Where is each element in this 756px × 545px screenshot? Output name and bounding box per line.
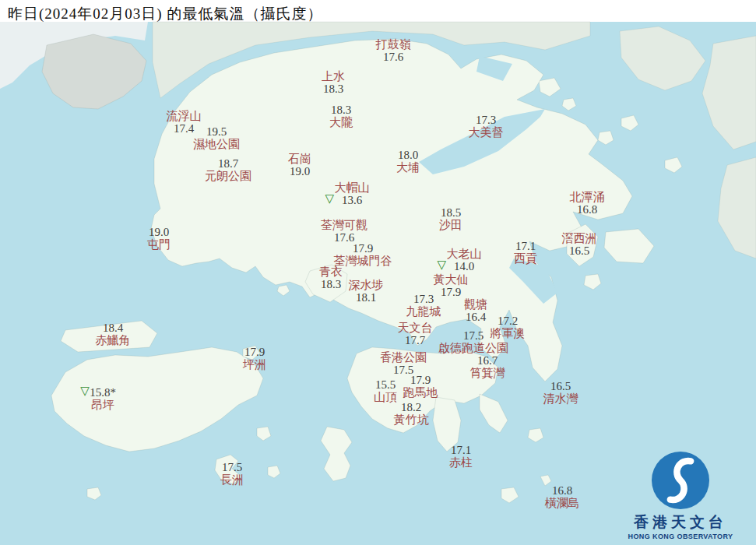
- station-name: 啟德跑道公園: [438, 342, 508, 354]
- station-label: 16.8橫瀾島: [545, 484, 580, 509]
- station-label: 19.5濕地公園: [193, 125, 240, 150]
- station-label: 18.3大隴: [329, 104, 353, 128]
- station-min-temp-value: 18.3: [329, 104, 353, 116]
- station-min-temp-value: ▽15.8*: [90, 386, 116, 399]
- station-min-temp-value: 17.9: [243, 346, 266, 358]
- station-label: 18.5沙田: [439, 206, 462, 231]
- station-min-temp-value: 17.6: [376, 51, 411, 63]
- station-name: 大埔: [396, 161, 420, 174]
- station-name: 九龍城: [406, 305, 441, 318]
- station-name: 昂坪: [90, 399, 116, 411]
- station-name: 流浮山: [167, 110, 202, 122]
- station-name: 黃竹坑: [394, 413, 429, 426]
- station-name: 北潭涌: [570, 191, 605, 203]
- station-name: 赤鱲角: [96, 334, 131, 346]
- station-min-temp-value: 17.9: [403, 374, 438, 386]
- station-label: 石崗19.0: [288, 153, 311, 178]
- station-name: 大隴: [329, 116, 353, 128]
- station-min-temp-value: 18.5: [439, 206, 462, 219]
- station-label: 17.1西貢: [514, 240, 537, 265]
- station-label: 大老山▽14.0: [447, 248, 482, 272]
- station-label: 16.5清水灣: [543, 380, 578, 405]
- station-label: 荃灣可觀17.6: [321, 219, 367, 244]
- hko-logo: 香港天文台 HONG KONG OBSERVATORY: [614, 450, 747, 540]
- lowest-temp-triangle-icon: ▽: [80, 385, 90, 397]
- station-name: 筲箕灣: [470, 367, 505, 379]
- station-min-temp-value: 16.8: [570, 203, 605, 216]
- station-min-temp-value: 16.7: [470, 354, 505, 367]
- station-name: 西貢: [514, 252, 537, 265]
- station-min-temp-value: 17.3: [469, 114, 504, 126]
- station-label: 17.5啟德跑道公園: [438, 329, 508, 354]
- hko-logo-icon: [650, 450, 711, 511]
- station-label: ▽15.8*昂坪: [90, 386, 116, 411]
- station-label: 18.0大埔: [396, 149, 420, 174]
- station-name: 元朗公園: [205, 170, 251, 182]
- station-min-temp-value: 17.1: [449, 444, 473, 456]
- station-min-temp-value: 18.7: [205, 157, 251, 170]
- station-name: 上水: [322, 70, 345, 83]
- station-name: 坪洲: [243, 358, 266, 371]
- station-name: 香港公園: [380, 351, 427, 364]
- station-name: 大帽山: [335, 181, 370, 194]
- hko-logo-name-zh: 香港天文台: [614, 512, 747, 533]
- station-min-temp-value: 16.5: [562, 244, 597, 257]
- station-min-temp-value: 17.5: [220, 461, 244, 473]
- station-label: 青衣18.3: [319, 265, 343, 290]
- station-min-temp-value: 17.9: [334, 242, 392, 255]
- station-label: 17.3九龍城: [406, 293, 441, 318]
- station-min-temp-value: 16.4: [464, 311, 487, 323]
- station-min-temp-value: 17.3: [406, 293, 441, 305]
- station-min-temp-value: 18.3: [322, 83, 345, 95]
- station-label: 北潭涌16.8: [570, 191, 605, 216]
- station-min-temp-value: 16.5: [543, 380, 578, 392]
- station-min-temp-value: 18.1: [349, 291, 384, 304]
- station-label: 17.9坪洲: [243, 346, 266, 371]
- station-min-temp-value: 18.0: [396, 149, 420, 161]
- station-name: 大老山: [447, 248, 482, 260]
- station-min-temp-value: 19.0: [288, 165, 311, 178]
- station-name: 深水埗: [349, 279, 384, 291]
- station-min-temp-value: 18.4: [96, 322, 131, 334]
- station-name: 打鼓嶺: [376, 38, 411, 51]
- station-label: 深水埗18.1: [349, 279, 384, 304]
- station-name: 荃灣可觀: [321, 219, 367, 231]
- lowest-temp-triangle-icon: ▽: [438, 258, 447, 271]
- station-label: 打鼓嶺17.6: [376, 38, 411, 63]
- station-label: 17.9跑馬地: [403, 374, 438, 399]
- lowest-temp-triangle-icon: ▽: [325, 192, 335, 205]
- station-min-temp-value: 19.5: [193, 125, 240, 138]
- station-label: 18.4赤鱲角: [96, 322, 131, 346]
- station-name: 天文台: [398, 322, 433, 334]
- station-name: 跑馬地: [403, 386, 438, 399]
- station-min-temp-value: ▽14.0: [447, 260, 482, 272]
- station-label: 上水18.3: [322, 70, 345, 95]
- station-label: 17.3大美督: [469, 114, 504, 139]
- station-label: 觀塘16.4: [464, 298, 487, 323]
- station-label: 17.1赤柱: [449, 444, 473, 469]
- station-label: 滘西洲16.5: [562, 232, 597, 257]
- station-name: 滘西洲: [562, 232, 597, 244]
- station-min-temp-value: ▽13.6: [335, 194, 370, 206]
- station-name: 長洲: [220, 473, 244, 486]
- station-label: 17.9荃灣城門谷: [334, 242, 392, 267]
- station-min-temp-value: 18.3: [319, 278, 343, 290]
- station-label: 18.2黃竹坑: [394, 401, 429, 426]
- station-label: 香港公園17.5: [380, 351, 427, 376]
- station-name: 濕地公園: [193, 138, 240, 150]
- page-title: 昨日(2024年02月03日) 的最低氣溫（攝氏度）: [8, 4, 322, 24]
- station-name: 黃大仙: [434, 273, 469, 286]
- station-label: 16.7筲箕灣: [470, 354, 505, 379]
- station-name: 赤柱: [449, 456, 473, 469]
- station-label: 17.5長洲: [220, 461, 244, 486]
- station-min-temp-value: 16.8: [545, 484, 580, 497]
- station-name: 沙田: [439, 219, 462, 231]
- station-name: 屯門: [147, 238, 171, 251]
- station-label: 18.7元朗公園: [205, 157, 251, 182]
- station-label: 大帽山▽13.6: [335, 181, 370, 206]
- station-min-temp-value: 17.5: [438, 329, 508, 342]
- station-name: 大美督: [469, 126, 504, 139]
- hko-logo-name-en: HONG KONG OBSERVATORY: [614, 533, 747, 540]
- station-min-temp-value: 15.5: [374, 378, 397, 391]
- station-min-temp-value: 18.2: [394, 401, 429, 413]
